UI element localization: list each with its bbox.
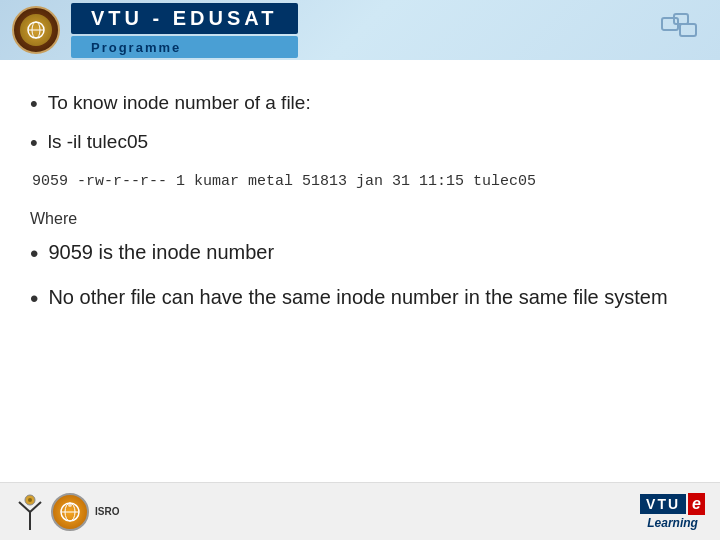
bullet-dot-1: •: [30, 90, 38, 119]
bullet-text-1: To know inode number of a file:: [48, 90, 311, 117]
svg-point-10: [28, 498, 32, 502]
bullet-item-2: • ls -il tulec05: [30, 129, 690, 158]
bullet-dot-4: •: [30, 283, 38, 314]
svg-rect-5: [680, 24, 696, 36]
isro-footer-logo: ISRO: [15, 493, 119, 531]
header-decor-icon: [660, 10, 700, 50]
vtu-footer-text: VTU: [640, 494, 686, 514]
svg-point-14: [68, 503, 72, 507]
bullet-section-bottom: • 9059 is the inode number • No other fi…: [30, 238, 690, 314]
vtu-footer-logo: VTU e: [640, 493, 705, 515]
main-content: • To know inode number of a file: • ls -…: [0, 60, 720, 351]
isro-text-label: ISRO: [95, 506, 119, 517]
bullet-text-2: ls -il tulec05: [48, 129, 148, 156]
bullet-section-top: • To know inode number of a file: • ls -…: [30, 90, 690, 157]
header: VTU - EDUSAT Programme: [0, 0, 720, 60]
vtu-footer-e: e: [688, 493, 705, 515]
footer: ISRO VTU e Learning: [0, 482, 720, 540]
bullet-dot-2: •: [30, 129, 38, 158]
vtu-subtitle-text: Programme: [91, 40, 181, 55]
bullet-item-4: • No other file can have the same inode …: [30, 283, 690, 314]
antenna-icon: [15, 494, 45, 530]
bullet-text-4: No other file can have the same inode nu…: [48, 283, 667, 311]
where-label: Where: [30, 210, 690, 228]
isro-circle-logo: [51, 493, 89, 531]
bullet-item-1: • To know inode number of a file:: [30, 90, 690, 119]
vtu-banner: VTU - EDUSAT Programme: [71, 3, 298, 58]
footer-right: VTU e Learning: [640, 493, 705, 530]
footer-left: ISRO: [15, 493, 119, 531]
code-output-line: 9059 -rw-r--r-- 1 kumar metal 51813 jan …: [32, 173, 690, 190]
bullet-text-3: 9059 is the inode number: [48, 238, 274, 266]
vtu-subtitle-bar: Programme: [71, 36, 298, 58]
vtu-title-bar: VTU - EDUSAT: [71, 3, 298, 34]
isro-header-logo: [12, 6, 60, 54]
vtu-title: VTU - EDUSAT: [91, 7, 278, 29]
bullet-item-3: • 9059 is the inode number: [30, 238, 690, 269]
footer-learning-label: Learning: [647, 516, 698, 530]
bullet-dot-3: •: [30, 238, 38, 269]
logo-inner-circle: [20, 14, 52, 46]
logo-container: [8, 3, 63, 58]
